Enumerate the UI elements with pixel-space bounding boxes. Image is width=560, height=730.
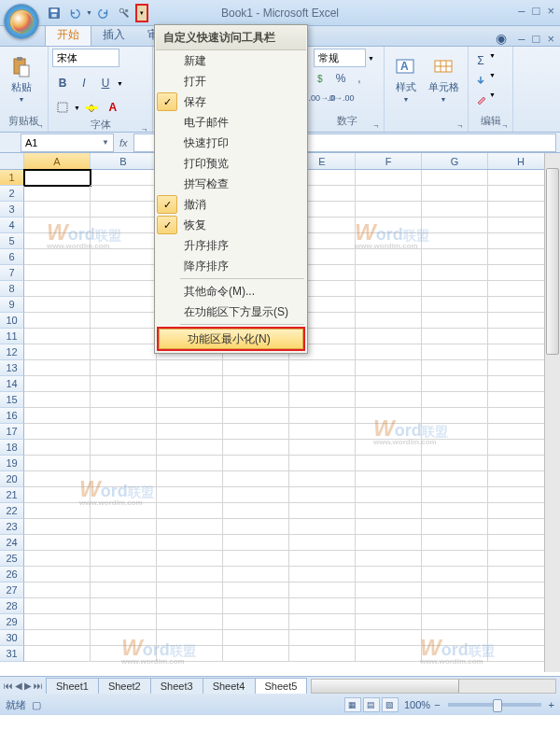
cell[interactable]: [24, 503, 91, 519]
cell[interactable]: [91, 503, 157, 519]
row-header[interactable]: 17: [0, 424, 24, 440]
cell[interactable]: [157, 535, 223, 551]
workbook-close-icon[interactable]: ×: [547, 32, 554, 46]
cell[interactable]: [91, 329, 157, 344]
cell[interactable]: [289, 519, 356, 535]
italic-button[interactable]: I: [74, 73, 94, 93]
cell[interactable]: [24, 424, 91, 440]
cell[interactable]: [91, 376, 157, 392]
bold-button[interactable]: B: [52, 73, 73, 93]
cell[interactable]: [91, 567, 157, 583]
column-header[interactable]: G: [422, 153, 488, 169]
redo-icon[interactable]: [94, 4, 113, 22]
cell[interactable]: [356, 614, 422, 630]
row-header[interactable]: 11: [0, 329, 24, 344]
autosum-button[interactable]: Σ: [472, 52, 489, 69]
sheet-tab[interactable]: Sheet3: [150, 678, 203, 694]
cell[interactable]: [24, 344, 91, 360]
cell[interactable]: [356, 583, 422, 598]
cell[interactable]: [289, 408, 356, 424]
office-button[interactable]: [4, 4, 39, 39]
column-header[interactable]: B: [91, 153, 157, 169]
row-header[interactable]: 25: [0, 551, 24, 567]
cell[interactable]: [289, 583, 356, 598]
cell[interactable]: [223, 360, 289, 376]
cell[interactable]: [356, 265, 422, 281]
cell[interactable]: [289, 424, 356, 440]
cell[interactable]: [24, 186, 91, 202]
cell[interactable]: [223, 503, 289, 519]
zoom-level[interactable]: 100%: [404, 699, 430, 710]
zoom-slider[interactable]: [448, 703, 541, 707]
underline-button[interactable]: U: [95, 73, 116, 93]
cell[interactable]: [289, 551, 356, 567]
styles-button[interactable]: A 样式 ▼: [388, 49, 424, 110]
border-button[interactable]: [52, 97, 73, 118]
select-all-corner[interactable]: [0, 153, 24, 169]
cell[interactable]: [24, 170, 91, 186]
cell[interactable]: [157, 471, 223, 487]
cell[interactable]: [91, 233, 157, 249]
page-layout-view-icon[interactable]: ▤: [363, 697, 380, 712]
cell[interactable]: [356, 170, 422, 186]
cell[interactable]: [223, 630, 289, 646]
cell[interactable]: [91, 440, 157, 456]
row-header[interactable]: 16: [0, 408, 24, 424]
cell[interactable]: [289, 440, 356, 456]
cell[interactable]: [157, 392, 223, 408]
sheet-tab[interactable]: Sheet2: [98, 678, 151, 694]
cell[interactable]: [91, 551, 157, 567]
row-header[interactable]: 31: [0, 646, 24, 662]
cell[interactable]: [24, 646, 91, 662]
cell[interactable]: [91, 281, 157, 297]
page-break-view-icon[interactable]: ▧: [382, 697, 399, 712]
cell[interactable]: [91, 583, 157, 598]
cell[interactable]: [24, 329, 91, 344]
cell[interactable]: [422, 344, 488, 360]
cell[interactable]: [91, 598, 157, 614]
cell[interactable]: [356, 233, 422, 249]
cell[interactable]: [24, 360, 91, 376]
cell[interactable]: [356, 503, 422, 519]
cell[interactable]: [422, 583, 488, 598]
row-header[interactable]: 21: [0, 487, 24, 503]
cell[interactable]: [356, 424, 422, 440]
row-header[interactable]: 2: [0, 186, 24, 202]
row-header[interactable]: 20: [0, 471, 24, 487]
cell[interactable]: [356, 360, 422, 376]
font-color-button[interactable]: A: [103, 97, 123, 118]
menu-item[interactable]: 拼写检查: [156, 174, 306, 194]
zoom-out-button[interactable]: −: [434, 699, 440, 710]
chevron-down-icon[interactable]: ▼: [102, 138, 109, 147]
cell[interactable]: [356, 551, 422, 567]
cell[interactable]: [422, 440, 488, 456]
menu-item[interactable]: ✓保存: [156, 91, 306, 112]
cell[interactable]: [91, 614, 157, 630]
workbook-minimize-icon[interactable]: –: [518, 32, 525, 46]
comma-button[interactable]: ,: [351, 70, 368, 87]
cell[interactable]: [422, 392, 488, 408]
cell[interactable]: [91, 360, 157, 376]
cell[interactable]: [422, 598, 488, 614]
menu-item[interactable]: ✓恢复: [156, 215, 306, 235]
cell[interactable]: [157, 567, 223, 583]
cell[interactable]: [289, 598, 356, 614]
cell[interactable]: [422, 487, 488, 503]
number-format-input[interactable]: [314, 49, 366, 67]
row-header[interactable]: 12: [0, 344, 24, 360]
normal-view-icon[interactable]: ▦: [344, 697, 361, 712]
cell[interactable]: [289, 471, 356, 487]
cell[interactable]: [91, 218, 157, 233]
cell[interactable]: [422, 313, 488, 329]
cell[interactable]: [223, 646, 289, 662]
cell[interactable]: [289, 392, 356, 408]
sheet-tab[interactable]: Sheet4: [203, 678, 256, 694]
row-header[interactable]: 7: [0, 265, 24, 281]
cell[interactable]: [356, 186, 422, 202]
cell[interactable]: [91, 186, 157, 202]
cell[interactable]: [91, 535, 157, 551]
cell[interactable]: [422, 233, 488, 249]
cell[interactable]: [356, 329, 422, 344]
cell[interactable]: [223, 583, 289, 598]
cell[interactable]: [157, 376, 223, 392]
